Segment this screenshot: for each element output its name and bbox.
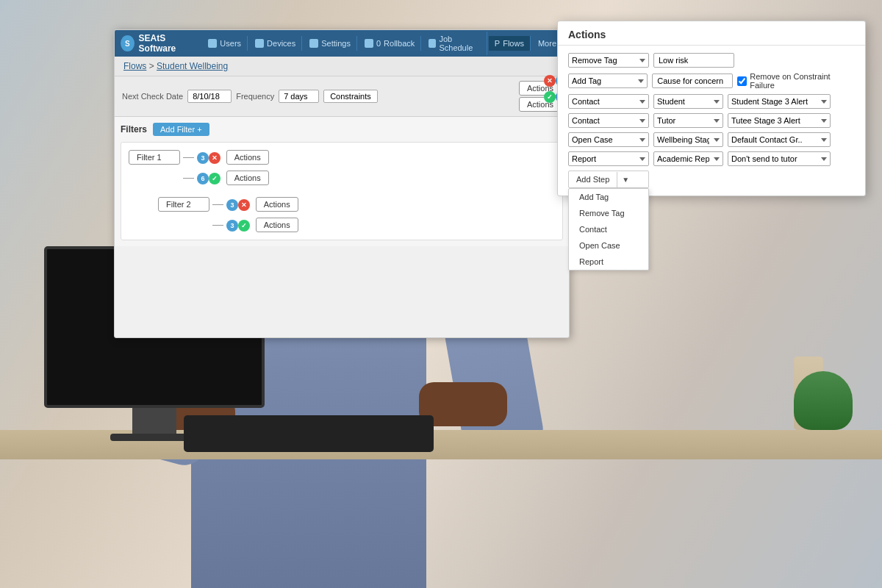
action-value-6b[interactable]: Don't send to tutor Send to tutor [728, 151, 831, 166]
filter2-node[interactable]: Filter 2 [158, 197, 209, 212]
add-step-button[interactable]: Add Step ▼ [568, 171, 649, 188]
actions-f2-pass[interactable]: Actions [256, 218, 298, 232]
badge-f1-fail-red: ✕ [209, 152, 220, 164]
users-icon [208, 39, 217, 48]
actions-f1-pass[interactable]: Actions [226, 171, 269, 185]
filters-header: Filters Add Filter + [121, 123, 563, 136]
action-type-4[interactable]: Contact Add Tag Remove Tag Open Case Rep… [568, 113, 649, 128]
action-type-5[interactable]: Open Case Add Tag Remove Tag Contact Rep… [568, 132, 649, 147]
next-check-input[interactable] [187, 90, 232, 103]
badge-f1-fail-blue: 3 [197, 152, 209, 164]
nav-rollback-prefix: 0 [376, 39, 381, 48]
constraints-button[interactable]: Constraints [323, 90, 378, 103]
filters-title: Filters [121, 124, 147, 135]
dropdown-add-tag[interactable]: Add Tag [569, 189, 648, 205]
constraint-checkbox-row: Remove on Constraint Failure [737, 72, 855, 90]
action-type-2[interactable]: Add Tag Remove Tag Contact Open Case Rep… [568, 74, 648, 88]
schedule-icon [429, 39, 436, 48]
action-value-3a[interactable]: Student Tutor [653, 94, 723, 109]
add-step-dropdown: Add Tag Remove Tag Contact Open Case Rep… [568, 188, 649, 270]
action-row-6: Report Add Tag Remove Tag Contact Open C… [568, 151, 855, 166]
action-row-1: Remove Tag Add Tag Contact Open Case Rep… [568, 53, 855, 68]
nav-rollback[interactable]: 0 Rollback [359, 36, 421, 51]
next-check-label: Next Check Date [122, 92, 183, 101]
navbar-logo: S SEAtS Software [121, 33, 195, 54]
frequency-input[interactable] [279, 90, 319, 103]
dropdown-remove-tag[interactable]: Remove Tag [569, 205, 648, 221]
actions-f1-pass-wrap: Actions [226, 171, 269, 185]
constraint-label: Remove on Constraint Failure [750, 72, 855, 90]
frequency-label: Frequency [236, 92, 274, 101]
main-content: Filters Add Filter + Filter 1 3 ✕ Action… [115, 117, 569, 246]
logo-text: SEAtS Software [139, 33, 196, 54]
dropdown-open-case[interactable]: Open Case [569, 237, 648, 254]
nav-more-label: More [538, 39, 556, 48]
nav-settings[interactable]: Settings [304, 36, 357, 51]
filter2-fail-row: Filter 2 3 ✕ Actions [129, 197, 555, 212]
add-step-chevron: ▼ [617, 172, 634, 187]
actions-panel-body: Remove Tag Add Tag Contact Open Case Rep… [558, 46, 865, 196]
filter1-pass-badges: 6 ✓ [197, 172, 220, 184]
devices-icon [255, 39, 264, 48]
actions-panel-header: Actions [558, 21, 865, 46]
rollback-icon [365, 39, 373, 48]
actions-f1-fail[interactable]: Actions [226, 150, 269, 165]
action-value-2[interactable] [652, 74, 733, 88]
action-row-3: Contact Add Tag Remove Tag Open Case Rep… [568, 94, 855, 109]
actions-badge-red-1: ✕ [544, 75, 556, 87]
filter2-label: Filter 2 [166, 200, 191, 209]
nav-users[interactable]: Users [202, 36, 248, 51]
action-value-5a[interactable]: Wellbeing Stage 3 Stage 1 Stage 2 [653, 132, 723, 147]
settings-icon [309, 39, 318, 48]
action-value-1[interactable] [653, 53, 734, 68]
breadcrumb-current[interactable]: Student Wellbeing [157, 61, 228, 71]
breadcrumb-parent[interactable]: Flows [123, 61, 146, 71]
connector-h2 [183, 178, 194, 179]
dropdown-contact[interactable]: Contact [569, 221, 648, 237]
add-filter-button[interactable]: Add Filter + [153, 123, 209, 136]
action-value-4b[interactable]: Tutee Stage 3 Alert Student Stage 3 Aler… [728, 113, 831, 128]
badge-f2-pass-green: ✓ [238, 220, 250, 232]
connector-h3 [212, 204, 223, 205]
badge-f1-pass-blue: 6 [197, 173, 209, 184]
actions-badge-green-1: ✓ [544, 91, 556, 103]
action-value-5b[interactable]: Default Contact Gr.. Other Group [728, 132, 831, 147]
nav-jobschedule[interactable]: Job Schedule [423, 32, 487, 55]
flows-icon: P [495, 39, 500, 48]
app-window: S SEAtS Software Users Devices Settings … [114, 29, 570, 338]
nav-rollback-label: Rollback [384, 39, 415, 48]
badge-f2-fail-blue: 3 [226, 199, 238, 211]
action-value-3b[interactable]: Student Stage 3 Alert Tutee Stage 3 Aler… [728, 94, 831, 109]
actions-wrapper-2: Actions 6 ✓ [519, 97, 562, 112]
action-type-1[interactable]: Remove Tag Add Tag Contact Open Case Rep… [568, 53, 649, 68]
nav-flows-label: Flows [503, 39, 524, 48]
nav-jobschedule-label: Job Schedule [439, 35, 480, 52]
dropdown-report[interactable]: Report [569, 254, 648, 270]
filter1-pass-row: 6 ✓ Actions [129, 171, 555, 185]
actions-f2-fail[interactable]: Actions [256, 197, 298, 212]
filter1-fail-badges: 3 ✕ [197, 151, 220, 164]
plant [794, 371, 853, 430]
action-row-2: Add Tag Remove Tag Contact Open Case Rep… [568, 72, 855, 90]
badge-f2-pass-blue: 3 [226, 220, 238, 232]
filter2-pass-badges: 3 ✓ [226, 219, 250, 232]
action-type-6[interactable]: Report Add Tag Remove Tag Contact Open C… [568, 151, 649, 166]
filter1-node[interactable]: Filter 1 [129, 150, 180, 165]
action-value-6a[interactable]: Academic Report Other Report [653, 151, 723, 166]
actions-wrapper-1: Actions 2 ✕ [519, 81, 562, 96]
nav-devices[interactable]: Devices [249, 36, 302, 51]
filter1-label: Filter 1 [137, 153, 162, 162]
action-value-4a[interactable]: Tutor Student [653, 113, 723, 128]
actions-panel: Actions Remove Tag Add Tag Contact Open … [557, 21, 866, 196]
badge-f2-fail-red: ✕ [238, 199, 250, 211]
top-actions-group: Actions 2 ✕ Actions 6 ✓ [519, 81, 562, 112]
navbar: S SEAtS Software Users Devices Settings … [115, 30, 569, 57]
actions-f1-fail-wrap: Actions [226, 150, 269, 165]
action-type-3[interactable]: Contact Add Tag Remove Tag Open Case Rep… [568, 94, 649, 109]
breadcrumb: Flows > Student Wellbeing [115, 57, 569, 76]
filter2-pass-row: 3 ✓ Actions [129, 218, 555, 232]
nav-flows[interactable]: P Flows [489, 36, 531, 51]
actions-f2-fail-wrap: Actions [256, 197, 298, 212]
filter2-fail-badges: 3 ✕ [226, 198, 250, 211]
constraint-checkbox[interactable] [737, 76, 747, 86]
